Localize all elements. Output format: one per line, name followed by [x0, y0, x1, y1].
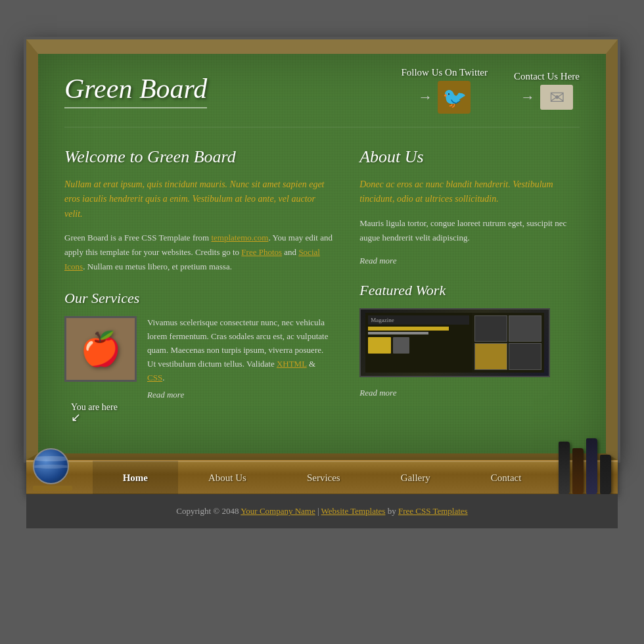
globe-base [33, 486, 72, 491]
nav-item-home[interactable]: Home [93, 461, 178, 495]
left-column: Welcome to Green Board Nullam at erat ip… [64, 147, 333, 402]
nav-item-services[interactable]: Services [277, 461, 371, 495]
apple-icon: 🍎 [80, 330, 121, 368]
globe-icon [33, 448, 69, 484]
about-body: Mauris ligula tortor, congue laoreet rut… [359, 216, 580, 245]
twitter-link[interactable]: Follow Us On Twitter → 🐦 [401, 67, 488, 114]
company-name-link[interactable]: Your Company Name [241, 506, 315, 516]
feat-cell-2 [509, 315, 541, 342]
content-area: Welcome to Green Board Nullam at erat ip… [64, 147, 580, 402]
header-social: Follow Us On Twitter → 🐦 Contact Us Here… [401, 67, 580, 114]
period: . [162, 373, 164, 382]
feat-bar-1 [368, 327, 449, 331]
twitter-arrow-icon: → [418, 89, 432, 106]
featured-right [472, 313, 544, 373]
contact-label: Contact Us Here [514, 71, 580, 82]
feat-title: Magazine [368, 315, 469, 325]
featured-read-more[interactable]: Read more [359, 388, 396, 398]
book-2 [572, 448, 584, 494]
featured-inner: Magazine [365, 313, 544, 373]
free-css-link[interactable]: Free CSS Templates [398, 506, 468, 516]
contact-link[interactable]: Contact Us Here → [514, 71, 580, 110]
copyright-text: Copyright © 2048 [176, 506, 241, 516]
welcome-body1: Green Board is a Free CSS Template from [64, 233, 211, 242]
services-read-more[interactable]: Read more [147, 388, 184, 402]
featured-left: Magazine [365, 313, 471, 373]
book-3 [586, 438, 597, 494]
bird-icon: 🐦 [442, 86, 467, 109]
right-column: About Us Donec ac eros ac nunc blandit h… [359, 147, 580, 402]
css-link[interactable]: CSS [147, 373, 162, 382]
book-1 [559, 442, 570, 494]
contact-arrow-icon: → [520, 89, 535, 106]
you-are-here-label: You are here [71, 402, 118, 425]
welcome-heading: Welcome to Green Board [64, 147, 333, 167]
twitter-label: Follow Us On Twitter [401, 67, 488, 78]
services-heading: Our Services [64, 290, 333, 307]
templatemo-link[interactable]: templatemo.com [211, 233, 268, 242]
twitter-link-row: → 🐦 [418, 81, 471, 114]
welcome-body4: . Nullam eu metus libero, et pretium mas… [83, 262, 232, 271]
nav-item-about[interactable]: About Us [178, 461, 277, 495]
book-4 [600, 455, 611, 494]
footer: Copyright © 2048 Your Company Name | Web… [26, 494, 618, 528]
nav-item-gallery[interactable]: Gallery [371, 461, 461, 495]
services-row: 🍎 Vivamus scelerisque consectetur nunc, … [64, 316, 333, 402]
free-photos-link[interactable]: Free Photos [241, 247, 282, 257]
amp-text: & [307, 359, 315, 369]
about-read-more[interactable]: Read more [359, 256, 396, 266]
website-templates-link[interactable]: Website Templates [321, 506, 386, 516]
welcome-body: Green Board is a Free CSS Template from … [64, 231, 333, 274]
globe-decoration [33, 448, 79, 501]
about-heading: About Us [359, 147, 580, 167]
featured-image: Magazine [359, 308, 550, 377]
feat-cell-3 [474, 343, 507, 369]
navbar: Home About Us Services Gallery Contact [26, 460, 618, 494]
welcome-body3: and [282, 247, 298, 257]
nav-item-contact[interactable]: Contact [461, 461, 552, 495]
site-header: Green Board Follow Us On Twitter → 🐦 Con… [64, 67, 580, 127]
services-image: 🍎 [64, 316, 137, 382]
about-italic: Donec ac eros ac nunc blandit hendrerit.… [359, 177, 580, 207]
featured-heading: Featured Work [359, 282, 580, 299]
feat-bar-2 [368, 332, 428, 334]
welcome-italic: Nullam at erat ipsum, quis tincidunt mau… [64, 177, 333, 221]
site-logo: Green Board [64, 73, 207, 108]
services-text-block: Vivamus scelerisque consectetur nunc, ne… [147, 316, 333, 402]
contact-link-row: → [520, 85, 573, 110]
footer-by: by [385, 506, 398, 516]
xhtml-link[interactable]: XHTML [277, 359, 307, 369]
feat-cell-1 [474, 315, 507, 342]
twitter-icon: 🐦 [438, 81, 471, 114]
envelope-icon [540, 85, 573, 110]
nav-links: Home About Us Services Gallery Contact [93, 461, 552, 495]
feat-cell-4 [509, 343, 541, 369]
chalkboard: Green Board Follow Us On Twitter → 🐦 Con… [26, 39, 618, 460]
footer-separator: | [315, 506, 321, 516]
books-decoration [559, 435, 611, 494]
